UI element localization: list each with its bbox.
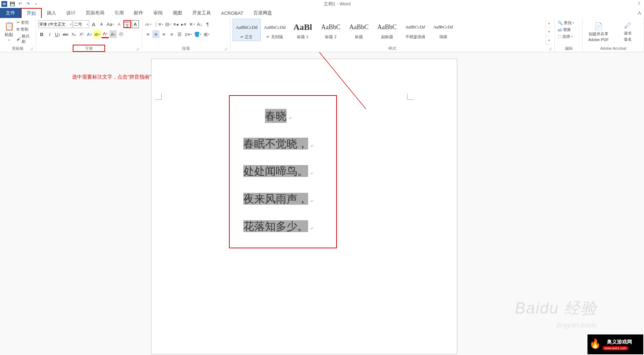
align-center-button[interactable]: ≡ — [152, 30, 159, 38]
distribute-button[interactable]: ☰ — [176, 30, 183, 38]
clipboard-launcher-icon[interactable]: ◿ — [30, 46, 34, 51]
document-title: 文档1 - Word — [39, 1, 635, 7]
borders-button[interactable]: ⊞ — [203, 30, 210, 38]
font-size-combo[interactable]: 二号▾ — [73, 20, 89, 28]
copy-button[interactable]: ⧉复制 — [16, 26, 33, 32]
font-launcher-icon[interactable]: ◿ — [136, 46, 140, 51]
paste-button[interactable]: 📋 粘贴 ▾ — [2, 19, 16, 45]
editing-group-label: 编辑 — [557, 45, 580, 52]
style-preview: AaBbC — [321, 21, 341, 34]
highlight-button[interactable]: ab — [94, 30, 101, 38]
redo-icon[interactable]: ↷ — [25, 1, 31, 7]
align-right-button[interactable]: ≡ — [160, 30, 167, 38]
bold-button[interactable]: B — [38, 30, 45, 38]
tab-acrobat[interactable]: ACROBAT — [216, 8, 248, 18]
change-case-button[interactable]: Aa — [106, 20, 115, 28]
group-paragraph: ≔ ⋮≡ ⊟ ≡◂ ▸≡ ✕ A↓ ¶ ≡ ≡ ≡ ≡ ☰ ‡≡ 🪣 ⊞ 段落 … — [142, 18, 230, 52]
char-shading-button[interactable]: A — [109, 30, 117, 38]
pinyin-guide-button[interactable]: wén文 — [123, 20, 131, 28]
style-item[interactable]: AaBbCcDd强调 — [429, 19, 457, 41]
pdf-icon: 📄 — [594, 22, 603, 31]
strikethrough-button[interactable]: abc — [62, 30, 69, 38]
shrink-font-button[interactable]: A — [98, 20, 105, 28]
tab-mail[interactable]: 邮件 — [129, 8, 148, 18]
tab-file[interactable]: 文件 — [0, 8, 21, 18]
format-painter-button[interactable]: 🖌格式刷 — [16, 33, 33, 45]
char-border-button[interactable]: A — [132, 20, 139, 28]
style-item[interactable]: AaBbC标题 — [345, 19, 373, 41]
style-item[interactable]: AaBbCcDd↵ 无间隔 — [261, 19, 289, 41]
tab-review[interactable]: 审阅 — [148, 8, 168, 18]
styles-launcher-icon[interactable]: ◿ — [549, 46, 553, 51]
multilevel-button[interactable]: ⊟ — [165, 20, 172, 28]
underline-button[interactable]: U — [54, 30, 61, 38]
style-item[interactable]: AaBl标题 1 — [289, 19, 317, 41]
qat-dropdown-icon[interactable]: ▾ — [33, 1, 39, 7]
style-item[interactable]: AaBbC副标题 — [373, 19, 401, 41]
select-button[interactable]: ⬚选择▾ — [557, 33, 580, 40]
align-left-button[interactable]: ≡ — [144, 30, 152, 38]
asian-layout-button[interactable]: ✕ — [188, 20, 195, 28]
tab-dev[interactable]: 开发工具 — [187, 8, 216, 18]
request-sign-button[interactable]: 🖊 请求 签名 — [614, 19, 642, 45]
show-marks-button[interactable]: ¶ — [204, 20, 211, 28]
text-effects-button[interactable]: A — [86, 30, 93, 38]
tab-home[interactable]: 开始 — [21, 8, 42, 18]
clear-format-button[interactable]: A — [116, 20, 123, 28]
font-name-combo[interactable]: 宋体 (中文正文▾ — [38, 20, 72, 28]
help-icon[interactable]: ? — [635, 1, 643, 6]
font-color-button[interactable]: A — [102, 30, 109, 38]
tab-references[interactable]: 引用 — [109, 8, 129, 18]
styles-expand-icon[interactable]: ▾ — [546, 36, 552, 45]
document-area[interactable]: 选中需要标注文字，点击"拼音指南" 春晓↵ 春眠不觉晓，↵ 处处闻啼鸟。↵ 夜来… — [0, 52, 644, 355]
replace-button[interactable]: ab替换 — [557, 26, 580, 33]
tab-design[interactable]: 设计 — [61, 8, 81, 18]
corner-logo: 🔥 奥义游戏网 www.aoe1.com — [587, 334, 643, 354]
enclose-char-button[interactable]: ㊥ — [117, 30, 125, 38]
increase-indent-button[interactable]: ▸≡ — [180, 20, 188, 28]
paste-dropdown-icon[interactable]: ▾ — [8, 39, 10, 42]
word-app-icon[interactable]: W — [1, 1, 7, 7]
tab-view[interactable]: 视图 — [168, 8, 187, 18]
collapse-ribbon-icon[interactable]: ᐱ — [635, 8, 644, 18]
watermark-main: Baidu 经验 — [515, 298, 597, 319]
cut-button[interactable]: ✂剪切 — [16, 19, 33, 26]
poem-line: 春眠不觉晓，↵ — [243, 130, 314, 158]
find-button[interactable]: 🔍查找▾ — [557, 19, 580, 26]
styles-up-icon[interactable]: ▴ — [546, 19, 552, 27]
style-preview: AaBbCcDd — [433, 21, 453, 34]
grow-font-button[interactable]: A — [90, 20, 97, 28]
style-name: 强调 — [439, 34, 447, 40]
poem-content[interactable]: 春晓↵ 春眠不觉晓，↵ 处处闻啼鸟。↵ 夜来风雨声，↵ 花落知多少。↵ — [243, 102, 314, 240]
style-item[interactable]: AaBbCcDd不明显强调 — [401, 19, 429, 41]
paragraph-launcher-icon[interactable]: ◿ — [224, 46, 229, 51]
styles-down-icon[interactable]: ▾ — [546, 27, 552, 36]
style-item[interactable]: AaBbC标题 2 — [317, 19, 345, 41]
numbering-button[interactable]: ⋮≡ — [153, 20, 164, 28]
shading-button[interactable]: 🪣 — [193, 30, 202, 38]
justify-button[interactable]: ≡ — [168, 30, 175, 38]
sort-button[interactable]: A↓ — [196, 20, 203, 28]
corner-logo-text: 奥义游戏网 — [607, 339, 632, 345]
style-name: 不明显强调 — [405, 34, 425, 40]
paste-label: 粘贴 — [5, 32, 13, 38]
page[interactable]: 春晓↵ 春眠不觉晓，↵ 处处闻啼鸟。↵ 夜来风雨声，↵ 花落知多少。↵ — [151, 59, 457, 354]
sign-icon: 🖊 — [624, 22, 631, 30]
group-acrobat: 📄 创建并共享 Adobe PDF 🖊 请求 签名 Adobe Acrobat — [583, 18, 644, 52]
subscript-button[interactable]: X₂ — [70, 30, 77, 38]
font-group-label: 字体 — [73, 45, 105, 52]
create-share-pdf-button[interactable]: 📄 创建并共享 Adobe PDF — [585, 19, 612, 45]
line-spacing-button[interactable]: ‡≡ — [184, 30, 193, 38]
bullets-button[interactable]: ≔ — [144, 20, 152, 28]
style-item[interactable]: AaBbCcDd↵ 正文 — [233, 19, 261, 41]
italic-button[interactable]: I — [46, 30, 53, 38]
tab-layout[interactable]: 页面布局 — [81, 8, 109, 18]
style-name: 标题 — [355, 34, 363, 40]
undo-icon[interactable]: ↶ — [17, 1, 23, 7]
superscript-button[interactable]: X² — [78, 30, 85, 38]
decrease-indent-button[interactable]: ≡◂ — [172, 20, 180, 28]
save-icon[interactable]: 💾 — [9, 1, 15, 7]
group-clipboard: 📋 粘贴 ▾ ✂剪切 ⧉复制 🖌格式刷 剪贴板 ◿ — [0, 18, 36, 52]
tab-insert[interactable]: 插入 — [42, 8, 61, 18]
tab-baidu[interactable]: 百度网盘 — [248, 8, 277, 18]
